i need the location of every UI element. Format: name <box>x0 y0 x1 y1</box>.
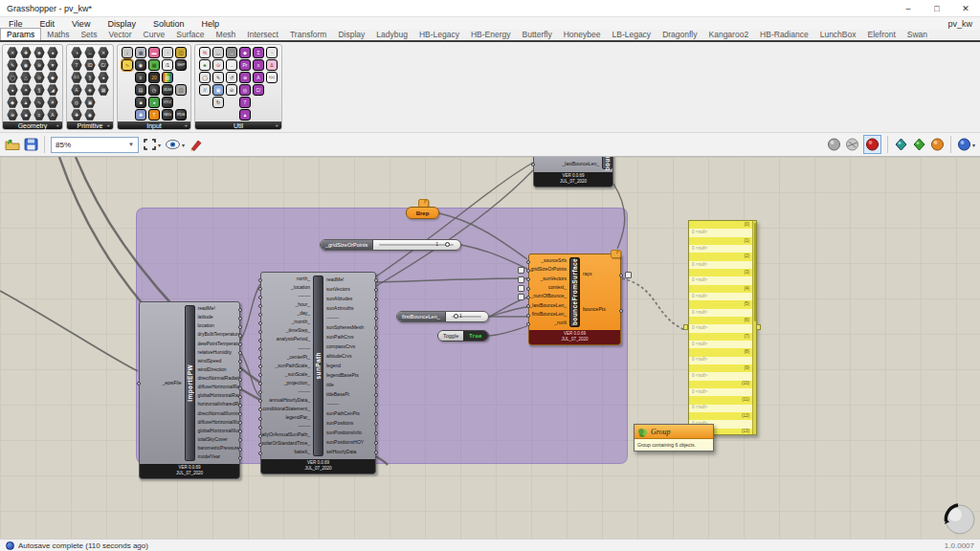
node-importepw[interactable]: _epwFileImportEPWreadMe!latitudelocation… <box>139 301 240 479</box>
output-port-label[interactable]: diffuseHorizontalIlluminance <box>198 420 240 425</box>
output-port-label[interactable]: totalSkyCover <box>198 437 228 442</box>
input-port-label[interactable]: _epwFile <box>162 381 181 386</box>
node-name-bar[interactable]: bounce <box>602 157 612 169</box>
geometry-10-icon[interactable]: ▲ <box>20 97 32 108</box>
geometry-6-icon[interactable]: ✚ <box>20 47 32 58</box>
grid-size-slider[interactable]: _gridSizeOrPoints 1 <box>320 239 461 251</box>
geometry-4-icon[interactable]: ◆ <box>7 97 18 108</box>
input-port[interactable] <box>258 434 262 438</box>
output-port-label[interactable]: location <box>198 323 214 328</box>
output-port-label[interactable]: latitude <box>198 315 213 320</box>
primitive-0-icon[interactable]: ◑ <box>71 47 82 58</box>
menu-display[interactable]: Display <box>99 19 145 29</box>
primitive-15-icon[interactable]: ▦ <box>98 84 109 96</box>
graft-icon[interactable] <box>625 272 632 278</box>
output-port[interactable] <box>619 274 623 277</box>
output-port-label[interactable]: selHourlyData <box>326 450 356 454</box>
output-port-label[interactable]: readMe! <box>198 306 215 311</box>
geometry-3-icon[interactable]: ● <box>7 84 18 96</box>
util-21-icon[interactable]: ◎ <box>239 84 251 96</box>
input-port-label[interactable]: _month_ <box>292 320 310 324</box>
output-port-label[interactable]: globalHorizontalIlluminance <box>198 429 240 433</box>
node-brep[interactable]: Brep <box>406 207 439 219</box>
input-port-label[interactable]: _numOfBounce_ <box>530 294 567 298</box>
util-6-icon[interactable]: ◡ <box>212 47 224 58</box>
tab-mesh[interactable]: Mesh <box>211 29 242 40</box>
graft-icon[interactable] <box>518 276 524 283</box>
geometry-9-icon[interactable]: ✦ <box>20 84 32 96</box>
input-10-icon[interactable]: ■ <box>135 97 146 108</box>
input-1-icon[interactable]: ∿ <box>122 59 133 71</box>
output-port-label[interactable]: sunPositionsHOY <box>326 440 364 445</box>
tab-lb-legacy[interactable]: LB-Legacy <box>606 29 657 40</box>
util-24-icon[interactable]: Σ <box>253 47 264 58</box>
marker-tag-icon[interactable] <box>611 250 621 258</box>
util-27-icon[interactable]: C/ <box>253 84 264 96</box>
util-30-icon[interactable]: ◔ <box>266 47 278 58</box>
output-port-label[interactable]: bouncePts <box>583 307 606 312</box>
input-port-label[interactable]: ----------- <box>298 294 310 298</box>
input-21-icon[interactable]: 3DM <box>162 84 173 96</box>
zoom-level-select[interactable]: 85% ▼ <box>51 137 139 153</box>
input-port-label[interactable]: _runIt <box>554 320 567 325</box>
input-port[interactable] <box>258 417 262 421</box>
menu-view[interactable]: View <box>63 19 99 29</box>
geometry-16-icon[interactable]: ∿ <box>33 97 45 108</box>
output-port-label[interactable]: sunAltitudes <box>326 297 352 301</box>
slider-handle[interactable] <box>454 314 458 319</box>
tab-display[interactable]: Display <box>332 29 370 40</box>
output-port-label[interactable]: sunSpheresMesh <box>326 325 364 330</box>
output-port[interactable] <box>238 334 242 338</box>
input-15-icon[interactable]: ◷ <box>148 84 160 96</box>
output-port[interactable] <box>374 288 378 292</box>
primitive-13-icon[interactable]: C/ <box>98 59 109 71</box>
output-port-label[interactable]: modelYear <box>198 454 221 459</box>
geometry-22-icon[interactable]: # <box>47 97 58 108</box>
input-port-label[interactable]: conditionalStatement_ <box>263 407 310 411</box>
node-canvas[interactable]: _epwFileImportEPWreadMe!latitudelocation… <box>0 157 980 539</box>
output-port-label[interactable]: titleBasePt <box>326 392 349 397</box>
slider-handle[interactable] <box>445 242 450 247</box>
input-port[interactable] <box>526 314 530 318</box>
util-10-icon[interactable]: ↻ <box>212 97 224 108</box>
util-26-icon[interactable]: A <box>253 72 264 83</box>
input-port[interactable] <box>526 296 530 299</box>
output-port-label[interactable]: rays <box>583 272 591 276</box>
panel-scrollbar-thumb[interactable] <box>754 223 757 321</box>
input-port-label[interactable]: _lastBounceLen_ <box>529 303 567 308</box>
primitive-10-icon[interactable]: ▣ <box>84 97 96 108</box>
input-6-icon[interactable]: ▦ <box>135 47 146 58</box>
input-port-label[interactable]: firstBounceLen_ <box>532 312 567 317</box>
expand-icon[interactable]: + <box>106 122 110 128</box>
tab-dragonfly[interactable]: Dragonfly <box>657 29 702 40</box>
util-15-icon[interactable]: ⊘ <box>226 84 237 96</box>
data-panel[interactable]: {0}0 <null>{1}0 <null>{2}0 <null>{3}0 <n… <box>688 220 757 435</box>
input-8-icon[interactable]: ≡ <box>135 72 146 83</box>
node-name-bar[interactable]: bounceFromSurface <box>569 257 580 327</box>
input-port-label[interactable]: bakeIt_ <box>295 450 310 454</box>
output-port-label[interactable]: dewPointTemperature <box>198 342 240 346</box>
output-port-label[interactable]: windDirection <box>198 367 227 372</box>
input-port[interactable] <box>258 452 262 455</box>
gem-wire-icon[interactable] <box>845 135 859 154</box>
output-port-label[interactable]: compassCrvs <box>326 344 355 349</box>
tab-surface[interactable]: Surface <box>170 29 210 40</box>
output-port[interactable] <box>238 317 242 320</box>
save-icon[interactable] <box>24 135 38 154</box>
input-port-label[interactable]: analysisPeriod_ <box>277 337 310 342</box>
input-29-icon[interactable]: PDB <box>175 109 187 121</box>
tab-hb-radiance[interactable]: HB-Radiance <box>754 29 814 40</box>
preview-eye-icon[interactable]: ▾ <box>165 135 185 154</box>
input-port-label[interactable]: _day_ <box>297 311 310 316</box>
expand-icon[interactable]: + <box>56 122 59 128</box>
geometry-23-icon[interactable]: A <box>47 109 58 121</box>
output-port[interactable] <box>374 298 378 301</box>
tab-honeybee[interactable]: Honeybee <box>558 29 607 40</box>
tab-swan[interactable]: Swan <box>902 29 933 40</box>
util-25-icon[interactable]: x <box>253 59 264 71</box>
util-1-icon[interactable]: ♣ <box>199 59 211 71</box>
output-port-label[interactable]: diffuseHorizontalRadiation <box>198 385 240 389</box>
util-14-icon[interactable]: ↺ <box>226 72 237 83</box>
primitive-6-icon[interactable]: ↔ <box>84 47 96 58</box>
output-port[interactable] <box>374 278 378 282</box>
